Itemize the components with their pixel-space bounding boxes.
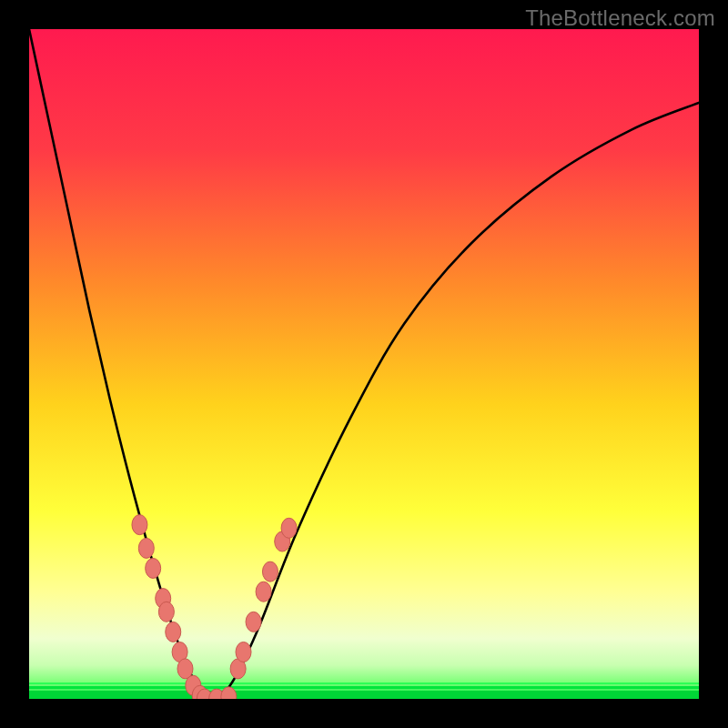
watermark-text: TheBottleneck.com xyxy=(525,5,715,31)
plot-area xyxy=(29,29,699,699)
data-marker xyxy=(158,602,174,622)
data-marker xyxy=(166,622,181,642)
gradient-background xyxy=(29,29,699,699)
data-marker xyxy=(236,642,251,662)
data-marker xyxy=(146,558,161,578)
chart-frame: TheBottleneck.com xyxy=(0,0,728,728)
data-marker xyxy=(262,561,278,581)
data-marker xyxy=(132,515,147,535)
chart-svg xyxy=(29,29,699,699)
data-marker xyxy=(281,518,297,538)
svg-rect-1 xyxy=(29,686,699,689)
data-marker xyxy=(138,538,154,558)
data-marker xyxy=(246,612,261,632)
svg-rect-2 xyxy=(29,691,699,699)
svg-rect-0 xyxy=(29,682,699,684)
data-marker xyxy=(256,581,271,602)
